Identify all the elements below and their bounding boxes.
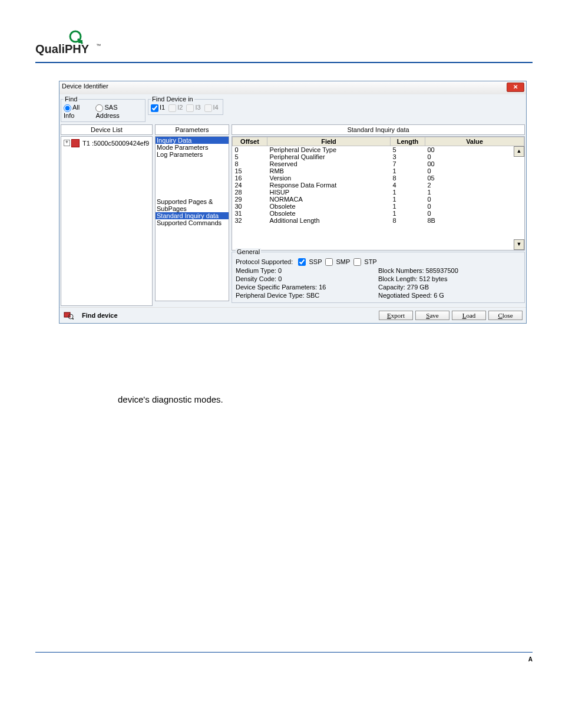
table-row[interactable]: 15RMB10 <box>233 167 524 174</box>
param-inquiry[interactable]: Inquiry Data <box>156 137 229 144</box>
check-ssp[interactable]: SSP <box>298 258 322 265</box>
table-row[interactable]: 28HISUP11 <box>233 189 524 196</box>
window-title: Device Identifier <box>62 83 108 90</box>
check-i2: I2 <box>168 104 183 112</box>
find-in-legend: Find Device in <box>151 95 194 103</box>
table-row[interactable]: 5Peripheral Qualifier30 <box>233 153 524 160</box>
bottom-bar: Find device Export Save Load Close <box>59 307 526 323</box>
close-icon[interactable]: ✕ <box>507 83 524 92</box>
tree-expand-icon[interactable]: + <box>64 140 70 146</box>
medium-type: Medium Type: 0 <box>236 267 378 274</box>
param-log[interactable]: Log Parameters <box>156 151 229 158</box>
close-button[interactable]: Close <box>488 311 523 320</box>
param-mode[interactable]: Mode Parameters <box>156 144 229 151</box>
general-legend: General <box>236 248 261 255</box>
device-icon <box>71 139 80 147</box>
table-row[interactable]: 31Obsolete10 <box>233 210 524 217</box>
negotiated-speed: Negotiated Speed: 6 G <box>378 292 521 299</box>
block-length: Block Length: 512 bytes <box>378 275 521 282</box>
inquiry-table: Offset Field Length Value 0Peripheral De… <box>232 136 525 251</box>
table-row[interactable]: 16Version805 <box>233 174 524 182</box>
svg-text:QualiPHY: QualiPHY <box>35 42 90 55</box>
param-supported-cmds[interactable]: Supported Commands <box>156 219 229 226</box>
header-divider <box>35 62 533 63</box>
titlebar: Device Identifier ✕ <box>59 81 526 94</box>
table-row[interactable]: 0Peripheral Device Type500 <box>233 146 524 153</box>
general-group: General Protocol Supported: SSP SMP STP … <box>232 252 525 304</box>
find-device-button[interactable]: Find device <box>82 312 118 319</box>
protocol-supported: Protocol Supported: SSP SMP STP <box>236 258 378 266</box>
body-text: device's diagnostic modes. <box>118 394 533 404</box>
find-group: Find All Info SAS Address <box>61 95 146 122</box>
svg-line-6 <box>72 318 74 319</box>
svg-text:™: ™ <box>96 43 101 48</box>
scroll-up-icon[interactable]: ▲ <box>514 146 524 157</box>
param-std-inquiry[interactable]: Standard Inquiry data <box>156 212 229 219</box>
table-row[interactable]: 30Obsolete10 <box>233 203 524 210</box>
table-row[interactable]: 29NORMACA10 <box>233 196 524 203</box>
parameters-header[interactable]: Parameters <box>155 124 229 135</box>
radio-sas-address[interactable]: SAS Address <box>95 104 143 119</box>
device-specific: Device Specific Parameters: 16 <box>236 284 378 291</box>
table-row[interactable]: 8Reserved700 <box>233 160 524 167</box>
table-row[interactable]: 32Additional Length88B <box>233 217 524 224</box>
table-header-row: Offset Field Length Value <box>233 137 524 146</box>
col-value[interactable]: Value <box>425 137 524 146</box>
block-numbers: Block Numbers: 585937500 <box>378 267 521 274</box>
col-field[interactable]: Field <box>267 137 391 146</box>
table-row[interactable]: 24Response Data Format42 <box>233 182 524 189</box>
parameters-list[interactable]: Inquiry Data Mode Parameters Log Paramet… <box>155 136 229 301</box>
find-legend: Find <box>64 95 78 103</box>
param-supported-pages[interactable]: Supported Pages & SubPages <box>156 198 229 212</box>
find-device-in-group: Find Device in I1 I2 I3 I4 <box>148 95 223 115</box>
radio-all-info[interactable]: All Info <box>64 104 92 119</box>
page-footer: A <box>35 652 533 663</box>
qualiphy-logo: QualiPHY ™ <box>35 29 533 58</box>
col-offset[interactable]: Offset <box>233 137 267 146</box>
check-i1[interactable]: I1 <box>151 104 165 112</box>
device-list[interactable]: + T1 :5000c50009424ef9 <box>61 136 153 306</box>
device-list-header[interactable]: Device List <box>61 124 153 135</box>
capacity: Capacity: 279 GB <box>378 284 521 291</box>
check-stp[interactable]: STP <box>353 258 376 265</box>
inquiry-table-title: Standard Inquiry data <box>232 124 525 135</box>
scroll-down-icon[interactable]: ▼ <box>514 239 524 250</box>
device-tree-item[interactable]: + T1 :5000c50009424ef9 <box>64 139 150 147</box>
device-identifier-dialog: Device Identifier ✕ Find All Info SAS Ad… <box>59 81 527 324</box>
save-button[interactable]: Save <box>415 311 449 320</box>
export-button[interactable]: Export <box>379 311 413 320</box>
load-button[interactable]: Load <box>452 311 486 320</box>
search-device-icon <box>63 310 74 321</box>
peripheral-type: Peripheral Device Type: SBC <box>236 292 378 299</box>
density-code: Density Code: 0 <box>236 275 378 282</box>
check-smp[interactable]: SMP <box>325 258 350 265</box>
check-i4: I4 <box>204 104 219 112</box>
col-length[interactable]: Length <box>391 137 425 146</box>
check-i3: I3 <box>186 104 200 112</box>
